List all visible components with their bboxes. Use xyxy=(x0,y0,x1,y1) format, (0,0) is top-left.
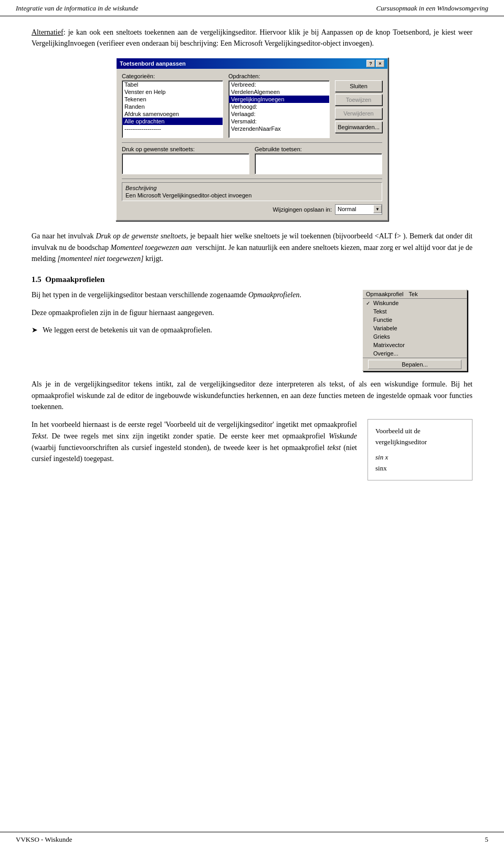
section-title: Opmaakprofielen xyxy=(45,275,104,284)
sluiten-button[interactable]: Sluiten xyxy=(335,80,382,92)
separator1 xyxy=(122,142,382,143)
cat-randen[interactable]: Randen xyxy=(122,103,223,110)
lower-left: In het voorbeeld hiernaast is de eerste … xyxy=(32,419,357,471)
separator2 xyxy=(122,179,382,179)
page-footer: VVKSO - Wiskunde 5 xyxy=(0,832,504,847)
cat-sep: ------------------- xyxy=(122,125,223,132)
dialog-container: Toetsenbord aanpassen ? × Categorieën: T… xyxy=(32,57,472,221)
top-row: Categorieën: Tabel Venster en Help Teken… xyxy=(122,73,382,138)
arrow-bullet: ➤ xyxy=(32,326,38,334)
section15-right: Opmaakprofiel Tek Wiskunde Tekst Functie… xyxy=(362,289,472,371)
shortcut-input[interactable] xyxy=(122,153,249,174)
italic-tekst1: Tekst xyxy=(32,432,46,440)
used-panel: Gebruikte toetsen: xyxy=(255,146,382,174)
cat-afdruk[interactable]: Afdruk samenvoegen xyxy=(122,110,223,118)
cat-venster[interactable]: Venster en Help xyxy=(122,88,223,96)
footer-left: VVKSO - Wiskunde xyxy=(16,835,72,844)
opdrachten-label: Opdrachten: xyxy=(228,73,330,79)
wiskunde-paragraph: Als je in de vergelijkingseditor tekens … xyxy=(32,379,472,413)
italic-wiskunde1: Wiskunde xyxy=(329,432,357,440)
context-menu-bar: Opmaakprofiel Tek xyxy=(363,290,467,299)
win-titlebar: Toetsenbord aanpassen ? × xyxy=(117,58,387,69)
op-verlaagd[interactable]: Verlaagd: xyxy=(229,110,329,118)
header-right: Cursusopmaak in een Windowsomgeving xyxy=(376,4,488,13)
context-menu-footer: Bepalen... xyxy=(363,358,467,371)
used-listbox[interactable] xyxy=(255,153,382,174)
description-box: Beschrijving Een Microsoft Vergelijkings… xyxy=(122,182,382,201)
save-label: Wijzigingen opslaan in: xyxy=(272,206,332,213)
dialog-buttons: Sluiten Toewijzen Verwijderen Beginwaard… xyxy=(335,73,382,138)
description-label: Beschrijving xyxy=(125,185,379,191)
op-verhoogd[interactable]: Verhoogd: xyxy=(229,103,329,110)
win-body: Categorieën: Tabel Venster en Help Teken… xyxy=(117,69,387,220)
menu-overige[interactable]: Overige... xyxy=(363,349,467,358)
opdrachten-panel: Opdrachten: Verbreed: VerdelenAlgemeen V… xyxy=(228,73,330,138)
page-content: Alternatief: je kan ook een sneltoets to… xyxy=(0,16,504,519)
cat-alle[interactable]: Alle opdrachten xyxy=(122,118,223,125)
footer-right: 5 xyxy=(485,835,489,844)
section-heading: 1.5 Opmaakprofielen xyxy=(32,275,472,284)
intro-paragraph: Alternatief: je kan ook een sneltoets to… xyxy=(32,27,472,49)
opdrachten-listbox[interactable]: Verbreed: VerdelenAlgemeen VergelijkingI… xyxy=(228,80,330,138)
categories-listbox[interactable]: Tabel Venster en Help Tekenen Randen Afd… xyxy=(122,80,223,138)
menu-tek[interactable]: Tek xyxy=(409,291,418,297)
verwijderen-button[interactable]: Verwijderen xyxy=(335,108,382,119)
op-verdelen[interactable]: VerdelenAlgemeen xyxy=(229,88,329,96)
menu-variabele[interactable]: Variabele xyxy=(363,324,467,332)
categories-panel: Categorieën: Tabel Venster en Help Teken… xyxy=(122,73,223,138)
section-number: 1.5 xyxy=(32,275,41,284)
dialog-title: Toetsenbord aanpassen xyxy=(120,60,186,67)
section15-left: Bij het typen in de vergelijkingseditor … xyxy=(32,289,352,342)
menu-functie[interactable]: Functie xyxy=(363,316,467,324)
save-row: Wijzigingen opslaan in: Normal ▼ xyxy=(122,204,382,215)
menu-opmaakprofiel[interactable]: Opmaakprofiel xyxy=(366,291,404,297)
beginwaarden-button[interactable]: Beginwaarden... xyxy=(335,121,382,133)
help-button[interactable]: ? xyxy=(366,60,375,67)
bepalen-button[interactable]: Bepalen... xyxy=(368,360,461,369)
page-header: Integratie van de informatica in de wisk… xyxy=(0,0,504,16)
example-sinx-normal: sinx xyxy=(375,463,465,474)
header-left: Integratie van de informatica in de wisk… xyxy=(16,4,138,13)
cat-tekenen[interactable]: Tekenen xyxy=(122,96,223,103)
win-dialog: Toetsenbord aanpassen ? × Categorieën: T… xyxy=(116,57,388,221)
example-box-title: Voorbeeld uit de vergelijkingseditor xyxy=(375,426,465,448)
body-paragraph2: Ga naar het invulvak Druk op de gewenste… xyxy=(32,231,472,265)
op-vergelijking[interactable]: VergelijkingInvoegen xyxy=(229,96,329,103)
shortcut-row: Druk op gewenste sneltoets: Gebruikte to… xyxy=(122,146,382,174)
intro-alternatief: Alternatief xyxy=(32,28,64,36)
menu-wiskunde[interactable]: Wiskunde xyxy=(363,299,467,307)
context-menu: Opmaakprofiel Tek Wiskunde Tekst Functie… xyxy=(362,289,467,371)
categories-label: Categorieën: xyxy=(122,73,223,79)
menu-tekst[interactable]: Tekst xyxy=(363,307,467,316)
lower-layout: In het voorbeeld hiernaast is de eerste … xyxy=(32,419,472,480)
titlebar-buttons: ? × xyxy=(366,60,384,67)
save-dropdown-arrow[interactable]: ▼ xyxy=(373,205,382,213)
italic-invulvak: Druk op de gewenste sneltoets xyxy=(96,232,186,240)
section15-p3: ➤ We leggen eerst de betekenis uit van d… xyxy=(32,325,352,336)
italic-momenteel: Momenteel toegewezen aan xyxy=(111,244,192,252)
section15-p1: Bij het typen in de vergelijkingseditor … xyxy=(32,289,352,301)
italic-tekst2: tekst xyxy=(327,444,341,452)
italic-opmaakprofielen: Opmaakprofielen xyxy=(248,291,299,299)
example-sinx-italic: sin x xyxy=(375,452,465,463)
example-paragraph: In het voorbeeld hiernaast is de eerste … xyxy=(32,419,357,465)
description-text: Een Microsoft Vergelijkingseditor-object… xyxy=(125,192,379,198)
op-verbreed[interactable]: Verbreed: xyxy=(229,81,329,88)
menu-matrixvector[interactable]: Matrixvector xyxy=(363,341,467,349)
intro-rest: : je kan ook een sneltoets toekennen aan… xyxy=(32,28,472,47)
used-label: Gebruikte toetsen: xyxy=(255,146,382,152)
italic-niet-toegewezen: [momenteel niet toegewezen] xyxy=(57,255,143,263)
save-select[interactable]: Normal ▼ xyxy=(335,204,382,215)
cat-tabel[interactable]: Tabel xyxy=(122,81,223,88)
op-versmald[interactable]: Versmald: xyxy=(229,118,329,125)
menu-grieks[interactable]: Grieks xyxy=(363,332,467,341)
lower-right-box: Voorbeeld uit de vergelijkingseditor sin… xyxy=(368,419,472,480)
op-verzenden[interactable]: VerzendenNaarFax xyxy=(229,125,329,132)
shortcut-label: Druk op gewenste sneltoets: xyxy=(122,146,249,152)
shortcut-panel: Druk op gewenste sneltoets: xyxy=(122,146,249,174)
section15-layout: Bij het typen in de vergelijkingseditor … xyxy=(32,289,472,371)
close-button[interactable]: × xyxy=(376,60,384,67)
section15-p2: Deze opmaakprofielen zijn in de figuur h… xyxy=(32,307,352,319)
save-value: Normal xyxy=(335,205,373,214)
toewijzen-button[interactable]: Toewijzen xyxy=(335,94,382,106)
